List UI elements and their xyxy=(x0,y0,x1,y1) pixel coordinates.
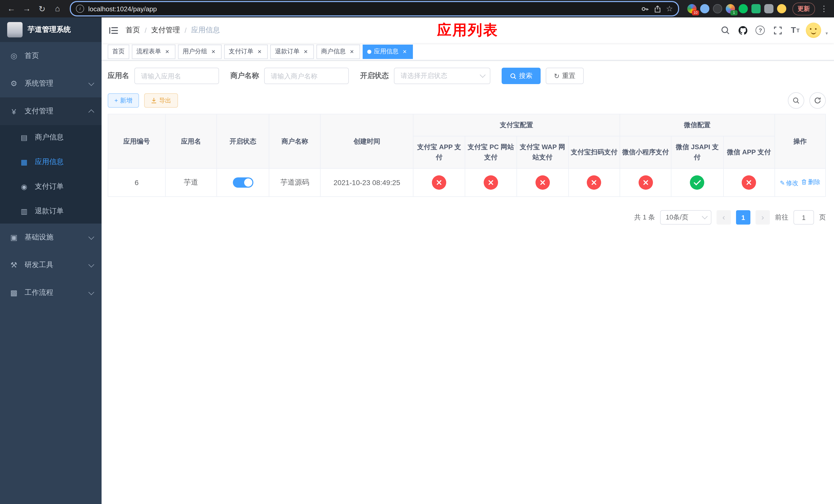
share-icon[interactable] xyxy=(654,5,661,13)
tab-home[interactable]: 首页 xyxy=(108,44,129,59)
chevron-down-icon xyxy=(88,234,94,240)
tab-close-icon[interactable]: × xyxy=(256,48,263,55)
breadcrumb-home[interactable]: 首页 xyxy=(126,26,140,35)
sidebar-item-refund-orders[interactable]: ▥ 退款订单 xyxy=(0,199,102,224)
current-page-button[interactable]: 1 xyxy=(736,210,750,225)
select-caret-icon xyxy=(702,214,708,220)
prev-page-button[interactable]: ‹ xyxy=(717,210,731,225)
page-size-select[interactable]: 10条/页 xyxy=(660,210,711,225)
tab-payment-orders[interactable]: 支付订单 × xyxy=(224,44,268,59)
extension-icon-4[interactable]: 1 xyxy=(726,4,735,13)
browser-profile-avatar[interactable] xyxy=(777,4,786,13)
breadcrumb-separator: / xyxy=(145,26,147,35)
sidebar-item-system[interactable]: ⚙ 系统管理 xyxy=(0,70,102,97)
tab-close-icon[interactable]: × xyxy=(302,48,309,55)
sidebar-item-app-info[interactable]: ▦ 应用信息 xyxy=(0,150,102,174)
sidebar-item-workflow[interactable]: ▩ 工作流程 xyxy=(0,279,102,306)
alipay-app-status-icon xyxy=(432,176,446,190)
edit-link[interactable]: ✎ 修改 xyxy=(780,179,798,188)
tab-close-icon[interactable]: × xyxy=(163,48,171,55)
goto-page-input[interactable] xyxy=(793,210,814,225)
toggle-search-icon[interactable] xyxy=(788,92,804,109)
col-header-alipay-app: 支付宝 APP 支付 xyxy=(413,136,465,169)
col-header-merchant: 商户名称 xyxy=(269,114,320,169)
page-content: 应用名 商户名称 开启状态 请选择开启状态 xyxy=(102,61,834,504)
col-header-actions: 操作 xyxy=(775,114,826,169)
tab-refund-orders[interactable]: 退款订单 × xyxy=(270,44,314,59)
extension-icon-1[interactable]: 10 xyxy=(687,4,697,13)
wx-app-status-icon xyxy=(742,176,756,190)
edit-pen-icon: ✎ xyxy=(780,180,785,187)
logo-image xyxy=(7,22,23,38)
site-info-icon[interactable]: i xyxy=(76,5,84,13)
sidebar-collapse-icon[interactable] xyxy=(102,18,126,43)
refresh-icon: ↻ xyxy=(554,72,559,80)
browser-reload-button[interactable]: ↻ xyxy=(35,2,49,16)
monitor-icon: ▣ xyxy=(8,233,20,242)
col-header-app-name: 应用名 xyxy=(165,114,216,169)
breadcrumb-payment[interactable]: 支付管理 xyxy=(151,26,180,35)
sidebar-logo[interactable]: 芋道管理系统 xyxy=(0,18,102,42)
browser-back-button[interactable]: ← xyxy=(4,2,19,16)
navbar: 首页 / 支付管理 / 应用信息 应用列表 ? xyxy=(102,18,834,43)
sidebar-item-payment-orders[interactable]: ◉ 支付订单 xyxy=(0,174,102,199)
merchant-name-input[interactable] xyxy=(264,68,349,84)
status-select[interactable]: 请选择开启状态 xyxy=(394,68,490,84)
cell-wx-mini xyxy=(620,169,671,197)
browser-home-button[interactable]: ⌂ xyxy=(50,2,65,16)
extension-icon-3[interactable] xyxy=(713,4,722,13)
github-icon[interactable] xyxy=(736,24,750,37)
refresh-table-icon[interactable] xyxy=(809,92,826,109)
browser-menu-icon[interactable]: ⋮ xyxy=(818,4,830,13)
reset-button[interactable]: ↻ 重置 xyxy=(546,68,584,84)
tab-merchant-info[interactable]: 商户信息 × xyxy=(316,44,360,59)
avatar-caret-icon[interactable]: ▾ xyxy=(826,31,828,36)
cell-merchant: 芋道源码 xyxy=(269,169,320,197)
browser-toolbar: ← → ↻ ⌂ i localhost:1024/pay/app ☆ 10 xyxy=(0,0,834,18)
extension-icon-chat[interactable] xyxy=(751,4,761,13)
url-text[interactable]: localhost:1024/pay/app xyxy=(88,5,637,13)
extension-icon-2[interactable] xyxy=(700,4,709,13)
screen: ← → ↻ ⌂ i localhost:1024/pay/app ☆ 10 xyxy=(0,0,834,504)
table-row: 6 芋道 芋道源码 2021-10-23 08:49:25 xyxy=(108,169,826,197)
search-icon[interactable] xyxy=(719,24,732,37)
tab-process-form[interactable]: 流程表单 × xyxy=(132,44,175,59)
col-header-alipay-qr: 支付宝扫码支付 xyxy=(569,136,620,169)
next-page-button[interactable]: › xyxy=(755,210,770,225)
fullscreen-icon[interactable] xyxy=(771,24,785,37)
app-name-input[interactable] xyxy=(134,68,219,84)
sidebar-item-infrastructure[interactable]: ▣ 基础设施 xyxy=(0,224,102,251)
tab-app-info[interactable]: 应用信息 × xyxy=(363,44,413,59)
sidebar: 芋道管理系统 ◎ 首页 ⚙ 系统管理 ¥ 支付管理 ▤ 商户信息 xyxy=(0,18,102,504)
address-bar[interactable]: i localhost:1024/pay/app ☆ xyxy=(70,1,679,17)
status-toggle[interactable] xyxy=(233,178,253,188)
add-button[interactable]: + 新增 xyxy=(108,93,139,108)
sidebar-item-payment[interactable]: ¥ 支付管理 xyxy=(0,97,102,125)
app-title: 芋道管理系统 xyxy=(28,25,71,35)
tab-close-icon[interactable]: × xyxy=(210,48,217,55)
password-key-icon[interactable] xyxy=(641,5,649,13)
export-button[interactable]: 导出 xyxy=(144,93,178,108)
payment-submenu: ▤ 商户信息 ▦ 应用信息 ◉ 支付订单 ▥ 退款订单 xyxy=(0,125,102,224)
tab-close-icon[interactable]: × xyxy=(401,48,408,55)
grid-icon: ▦ xyxy=(19,158,30,166)
browser-update-button[interactable]: 更新 xyxy=(792,2,815,15)
bookmark-star-icon[interactable]: ☆ xyxy=(666,4,673,13)
extension-icon-wechat[interactable] xyxy=(739,4,748,13)
tab-user-group[interactable]: 用户分组 × xyxy=(178,44,222,59)
credit-card-icon: ▤ xyxy=(19,133,30,141)
browser-forward-button[interactable]: → xyxy=(20,2,34,16)
col-header-status: 开启状态 xyxy=(217,114,269,169)
search-button[interactable]: 搜索 xyxy=(502,68,541,84)
text-size-icon[interactable]: TT xyxy=(789,24,802,37)
delete-link[interactable]: 删除 xyxy=(802,178,820,187)
extension-badge: 10 xyxy=(692,10,699,15)
extensions-puzzle-icon[interactable] xyxy=(764,4,773,13)
tab-close-icon[interactable]: × xyxy=(348,48,355,55)
sidebar-item-home[interactable]: ◎ 首页 xyxy=(0,42,102,70)
help-icon[interactable]: ? xyxy=(754,24,767,37)
sidebar-item-dev-tools[interactable]: ⚒ 研发工具 xyxy=(0,251,102,279)
user-avatar[interactable] xyxy=(806,23,821,38)
cell-status xyxy=(217,169,269,197)
sidebar-item-merchant-info[interactable]: ▤ 商户信息 xyxy=(0,125,102,150)
